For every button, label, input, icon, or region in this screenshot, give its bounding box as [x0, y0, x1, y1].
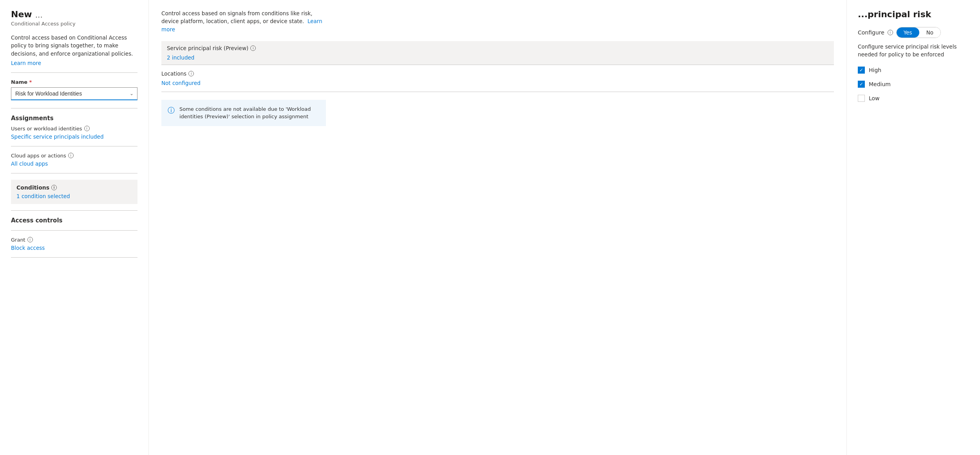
- toggle-no-option[interactable]: No: [919, 27, 940, 38]
- checkbox-label-medium: Medium: [869, 81, 891, 87]
- locations-row: Locations i Not configured: [161, 65, 834, 92]
- checkbox-medium[interactable]: [858, 81, 865, 88]
- risk-levels-container: HighMediumLow: [858, 67, 969, 102]
- right-panel: ...principal risk Configure i Yes No Con…: [847, 0, 980, 455]
- service-principal-risk-box[interactable]: Service principal risk (Preview) i 2 inc…: [161, 41, 834, 65]
- chevron-down-icon: ⌄: [130, 91, 134, 96]
- page-title: New: [11, 9, 32, 19]
- checkbox-item-low[interactable]: Low: [858, 95, 969, 102]
- configure-info-icon: i: [888, 30, 893, 35]
- configure-toggle[interactable]: Yes No: [896, 27, 941, 38]
- middle-description: Control access based on signals from con…: [161, 9, 326, 33]
- checkbox-label-high: High: [869, 67, 881, 73]
- configure-description: Configure service principal risk levels …: [858, 43, 960, 59]
- checkbox-item-medium[interactable]: Medium: [858, 81, 969, 88]
- grant-info-icon: i: [27, 237, 33, 242]
- cloud-apps-value-link[interactable]: All cloud apps: [11, 161, 137, 167]
- checkbox-item-high[interactable]: High: [858, 67, 969, 74]
- users-info-icon: i: [84, 126, 90, 131]
- locations-info-icon: i: [188, 71, 194, 76]
- service-risk-info-icon: i: [250, 45, 256, 51]
- middle-panel: Control access based on signals from con…: [149, 0, 847, 455]
- configure-row: Configure i Yes No: [858, 27, 969, 38]
- assignments-heading: Assignments: [11, 115, 137, 122]
- users-label: Users or workload identities i: [11, 126, 137, 132]
- service-principal-risk-label: Service principal risk (Preview) i: [167, 45, 828, 51]
- users-value-link[interactable]: Specific service principals included: [11, 134, 137, 140]
- cloud-apps-label: Cloud apps or actions i: [11, 153, 137, 159]
- grant-label: Grant i: [11, 237, 137, 243]
- name-input-wrapper: ⌄: [11, 87, 137, 100]
- page-subtitle: Conditional Access policy: [11, 21, 137, 27]
- info-banner: ⓘ Some conditions are not available due …: [161, 100, 326, 126]
- conditions-heading: Conditions i: [16, 184, 132, 191]
- checkbox-label-low: Low: [869, 95, 880, 101]
- conditions-info-icon: i: [51, 185, 57, 190]
- locations-label: Locations i: [161, 70, 834, 77]
- right-panel-title: ...principal risk: [858, 9, 969, 19]
- left-description: Control access based on Conditional Acce…: [11, 34, 137, 58]
- left-learn-more-link[interactable]: Learn more: [11, 60, 137, 66]
- more-options-icon[interactable]: ...: [35, 10, 43, 20]
- conditions-box[interactable]: Conditions i 1 condition selected: [11, 180, 137, 204]
- left-panel: New ... Conditional Access policy Contro…: [0, 0, 149, 455]
- checkbox-high[interactable]: [858, 67, 865, 74]
- configure-label: Configure: [858, 29, 884, 36]
- locations-value-link[interactable]: Not configured: [161, 80, 201, 86]
- name-input[interactable]: [11, 87, 137, 100]
- info-banner-text: Some conditions are not available due to…: [179, 105, 320, 121]
- name-label: Name *: [11, 79, 137, 85]
- toggle-yes-option[interactable]: Yes: [897, 27, 919, 38]
- grant-value-link[interactable]: Block access: [11, 245, 137, 251]
- cloud-apps-info-icon: i: [68, 153, 74, 158]
- service-principal-risk-value-link[interactable]: 2 included: [167, 54, 194, 61]
- access-controls-heading: Access controls: [11, 217, 137, 224]
- condition-selected-link[interactable]: 1 condition selected: [16, 193, 70, 199]
- checkbox-low[interactable]: [858, 95, 865, 102]
- info-banner-icon: ⓘ: [168, 106, 175, 115]
